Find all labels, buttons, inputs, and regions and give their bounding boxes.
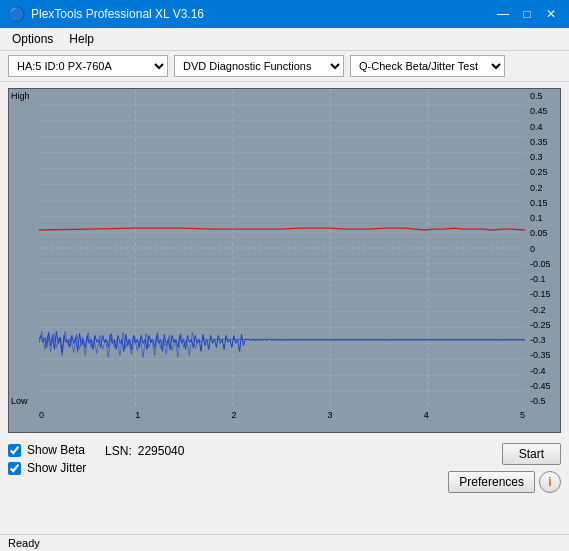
title-bar-controls: — □ ✕ — [493, 4, 561, 24]
jitter-trace — [39, 331, 525, 357]
y-right-13: -0.15 — [527, 289, 562, 299]
menu-bar: Options Help — [0, 28, 569, 51]
y-right-12: -0.1 — [527, 274, 562, 284]
preferences-button[interactable]: Preferences — [448, 471, 535, 493]
show-beta-row: Show Beta — [8, 443, 85, 457]
maximize-button[interactable]: □ — [517, 4, 537, 24]
y-right-14: -0.2 — [527, 305, 562, 315]
title-bar: 🔵 PlexTools Professional XL V3.16 — □ ✕ — [0, 0, 569, 28]
x-label-1: 1 — [135, 410, 140, 420]
show-beta-label: Show Beta — [27, 443, 85, 457]
close-button[interactable]: ✕ — [541, 4, 561, 24]
y-right-10: 0 — [527, 244, 562, 254]
status-text: Ready — [8, 537, 40, 549]
minimize-button[interactable]: — — [493, 4, 513, 24]
y-right-16: -0.3 — [527, 335, 562, 345]
status-bar: Ready — [0, 534, 569, 551]
show-jitter-checkbox[interactable] — [8, 462, 21, 475]
y-right-3: 0.35 — [527, 137, 562, 147]
chart-high-label: High — [11, 91, 30, 101]
pref-info-row: Preferences i — [448, 471, 561, 493]
y-right-17: -0.35 — [527, 350, 562, 360]
lsn-display: LSN: 2295040 — [105, 444, 184, 458]
y-right-6: 0.2 — [527, 183, 562, 193]
x-axis: 0 1 2 3 4 5 — [39, 408, 525, 432]
menu-options[interactable]: Options — [4, 30, 61, 48]
function-select[interactable]: DVD Diagnostic Functions — [174, 55, 344, 77]
x-label-4: 4 — [424, 410, 429, 420]
y-right-7: 0.15 — [527, 198, 562, 208]
y-right-19: -0.45 — [527, 381, 562, 391]
menu-help[interactable]: Help — [61, 30, 102, 48]
show-beta-checkbox[interactable] — [8, 444, 21, 457]
show-jitter-label: Show Jitter — [27, 461, 86, 475]
x-label-0: 0 — [39, 410, 44, 420]
show-jitter-row: Show Jitter — [8, 461, 184, 475]
y-right-18: -0.4 — [527, 366, 562, 376]
y-right-2: 0.4 — [527, 122, 562, 132]
y-right-20: -0.5 — [527, 396, 562, 406]
y-right-0: 0.5 — [527, 91, 562, 101]
right-buttons: Start Preferences i — [448, 443, 561, 493]
start-button[interactable]: Start — [502, 443, 561, 465]
checkbox-lsn-row: Show Beta LSN: 2295040 — [8, 443, 184, 459]
y-right-11: -0.05 — [527, 259, 562, 269]
app-icon: 🔵 — [8, 6, 25, 22]
x-label-3: 3 — [328, 410, 333, 420]
checkboxes-lsn: Show Beta LSN: 2295040 Show Jitter — [8, 443, 184, 477]
chart-area: High Low 0.5 0.45 0.4 0.35 0.3 0.25 0.2 … — [8, 88, 561, 433]
y-right-1: 0.45 — [527, 106, 562, 116]
y-right-15: -0.25 — [527, 320, 562, 330]
y-right-4: 0.3 — [527, 152, 562, 162]
y-right-9: 0.05 — [527, 228, 562, 238]
chart-svg — [39, 89, 525, 408]
test-select[interactable]: Q-Check Beta/Jitter Test — [350, 55, 505, 77]
info-button[interactable]: i — [539, 471, 561, 493]
toolbar: HA:5 ID:0 PX-760A DVD Diagnostic Functio… — [0, 51, 569, 82]
x-label-5: 5 — [520, 410, 525, 420]
drive-select[interactable]: HA:5 ID:0 PX-760A — [8, 55, 168, 77]
chart-inner — [39, 89, 525, 408]
y-right-5: 0.25 — [527, 167, 562, 177]
window-title: PlexTools Professional XL V3.16 — [31, 7, 204, 21]
bottom-panel: Show Beta LSN: 2295040 Show Jitter Start… — [0, 439, 569, 493]
title-bar-left: 🔵 PlexTools Professional XL V3.16 — [8, 6, 204, 22]
lsn-label: LSN: — [105, 444, 132, 458]
y-right-8: 0.1 — [527, 213, 562, 223]
lsn-value: 2295040 — [138, 444, 185, 458]
chart-low-label: Low — [11, 396, 28, 406]
y-axis-right: 0.5 0.45 0.4 0.35 0.3 0.25 0.2 0.15 0.1 … — [525, 89, 560, 408]
x-label-2: 2 — [231, 410, 236, 420]
